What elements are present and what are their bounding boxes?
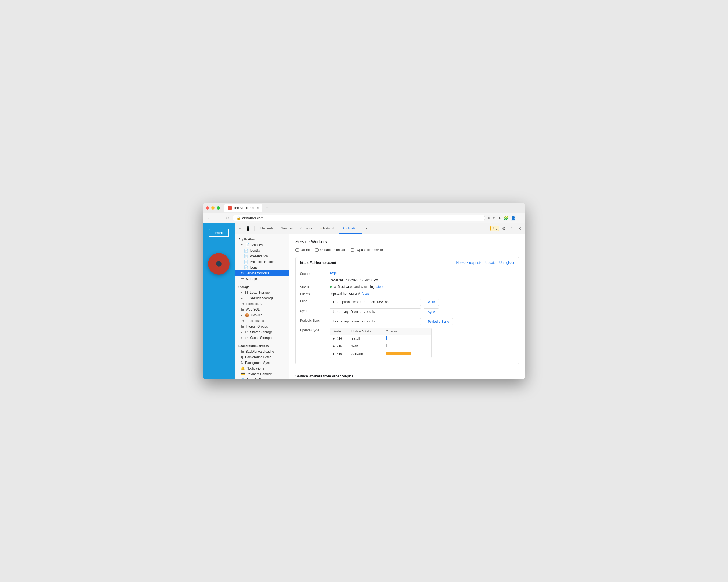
sw-origin-block: https://airhorner.com/ Network requests … [295,257,519,364]
sidebar-item-cache-storage[interactable]: ▶ 🗁 Cache Storage [235,335,289,340]
sidebar-divider-2 [235,340,289,343]
uc-row-install: ► #16 Install [330,335,432,343]
stop-link[interactable]: stop [376,285,383,288]
update-link[interactable]: Update [485,261,496,264]
browser-window: The Air Horner × + ← → ↻ 🔒 airhorner.com… [203,203,525,379]
sidebar-item-icons[interactable]: 📄 Icons [235,264,289,270]
push-button[interactable]: Push [424,299,439,306]
sidebar-item-trust-tokens[interactable]: 🗁 Trust Tokens [235,318,289,324]
back-button[interactable]: ← [206,215,212,221]
settings-button[interactable]: ⚙ [500,225,507,233]
update-cycle-table: Version Update Activity Timeline ► #16 I… [330,328,432,358]
unregister-link[interactable]: Unregister [499,261,514,264]
sidebar-item-indexeddb[interactable]: 🗁 IndexedDB [235,301,289,307]
other-origins-section: Service workers from other origins See a… [295,370,519,379]
expand-arrow-cookies-icon: ▶ [241,313,243,317]
sidebar-item-notifications[interactable]: 🔔 Notifications [235,365,289,371]
avatar-icon[interactable]: 👤 [511,216,516,221]
close-button[interactable] [206,206,209,209]
tab-console[interactable]: Console [297,223,315,234]
uc-col-version: Version [333,330,352,333]
sidebar-item-bg-sync[interactable]: ↻ Background Sync [235,360,289,365]
tab-application[interactable]: Application [339,223,362,234]
update-on-reload-checkbox[interactable] [315,248,318,252]
bypass-checkbox[interactable] [350,248,354,252]
network-requests-link[interactable]: Network requests [457,261,482,264]
sidebar-item-websql[interactable]: 🗁 Web SQL [235,307,289,312]
tab-more[interactable]: » [363,223,371,234]
tick-gray-icon [386,344,387,347]
sidebar-divider-1 [235,282,289,284]
sidebar-item-storage[interactable]: 🗃 Storage [235,276,289,282]
maximize-button[interactable] [217,206,220,209]
install-button[interactable]: Install [209,229,229,237]
periodic-sync-input[interactable] [330,318,421,325]
uc-row-activate: ► #16 Activate [330,350,432,358]
sidebar-item-bg-fetch[interactable]: ⇅ Background Fetch [235,354,289,360]
sidebar-item-presentation[interactable]: 📄 Presentation [235,253,289,259]
main-content: Service Workers Offline Update on reload [289,234,525,379]
uc-version-2: ► #16 [333,344,352,348]
devtools-main: Application ▼ 📄 Manifest 📄 Identity 📄 Pr… [235,234,525,379]
back-forward-icon: 🗁 [241,349,244,353]
offline-checkbox[interactable] [295,248,299,252]
sidebar-item-periodic-bg[interactable]: ⌛ Periodic Background [235,377,289,379]
focus-link[interactable]: focus [362,292,369,296]
reload-button[interactable]: ↻ [224,215,230,221]
device-tool-button[interactable]: 📱 [244,225,252,233]
sync-button[interactable]: Sync [424,308,439,315]
sidebar-storage-header: Storage [235,284,289,290]
sidebar-item-shared-storage[interactable]: ▶ 🗁 Shared Storage [235,329,289,335]
shared-storage-icon: 🗁 [245,330,249,334]
periodic-sync-button[interactable]: Periodic Sync [424,318,453,325]
sync-input[interactable] [330,308,421,315]
push-input[interactable] [330,299,421,306]
sidebar-item-local-storage[interactable]: ▶ ☷ Local Storage [235,290,289,295]
browser-content: Install ⌖ 📱 Elements Sources Console ⚠Ne… [203,223,525,379]
service-workers-icon: ⚙ [241,271,244,275]
new-tab-button[interactable]: + [263,205,271,211]
sw-options-row: Offline Update on reload Bypass for netw… [295,248,519,252]
sw-origin-url: https://airhorner.com/ [300,261,336,264]
trust-tokens-icon: 🗁 [241,319,244,323]
sync-value: Sync [330,308,514,315]
more-button[interactable]: ⋮ [508,225,515,233]
offline-checkbox-label[interactable]: Offline [295,248,310,252]
extension-icon[interactable]: 🧩 [503,216,509,221]
sw-js-link[interactable]: sw.js [330,271,337,275]
sidebar-item-back-forward-cache[interactable]: 🗁 Back/forward cache [235,349,289,354]
minimize-button[interactable] [211,206,214,209]
menu-icon[interactable]: ⋮ [518,216,522,221]
cast-icon[interactable]: ⌗ [488,216,490,221]
tab-close-icon[interactable]: × [257,206,259,209]
sidebar-item-session-storage[interactable]: ▶ ☷ Session Storage [235,295,289,301]
status-label: Status [300,285,330,289]
cursor-tool-button[interactable]: ⌖ [237,225,243,233]
sidebar-item-identity[interactable]: 📄 Identity [235,248,289,253]
bypass-checkbox-label[interactable]: Bypass for network [350,248,383,252]
forward-button[interactable]: → [215,215,222,221]
payment-handler-icon: 💳 [241,372,245,376]
tab-network[interactable]: ⚠Network [316,223,338,234]
tab-elements[interactable]: Elements [257,223,277,234]
sidebar-item-payment-handler[interactable]: 💳 Payment Handler [235,371,289,377]
sidebar-item-service-workers[interactable]: ⚙ Service Workers [235,270,289,276]
sidebar-item-cookies[interactable]: ▶ 🍪 Cookies [235,312,289,318]
sidebar-item-manifest[interactable]: ▼ 📄 Manifest [235,242,289,248]
tab-sources[interactable]: Sources [278,223,296,234]
devtools-sidebar: Application ▼ 📄 Manifest 📄 Identity 📄 Pr… [235,234,289,379]
address-input[interactable]: 🔒 airhorner.com [233,214,485,221]
star-icon[interactable]: ★ [498,216,501,221]
close-devtools-button[interactable]: ✕ [516,225,523,233]
update-on-reload-checkbox-label[interactable]: Update on reload [315,248,345,252]
periodic-bg-icon: ⌛ [241,378,245,379]
tab-title: The Air Horner [233,206,254,210]
sidebar-item-protocol-handlers[interactable]: 📄 Protocol Handlers [235,259,289,264]
uc-col-activity: Update Activity [352,330,386,333]
warning-badge: ⚠ 2 [490,226,499,231]
sidebar-item-interest-groups[interactable]: 🗁 Interest Groups [235,324,289,329]
share-icon[interactable]: ⬆ [492,216,496,221]
expand-arrow-ls-icon: ▶ [241,291,243,294]
sidebar-bg-header: Background Services [235,343,289,349]
browser-tab[interactable]: The Air Horner × [224,204,262,212]
